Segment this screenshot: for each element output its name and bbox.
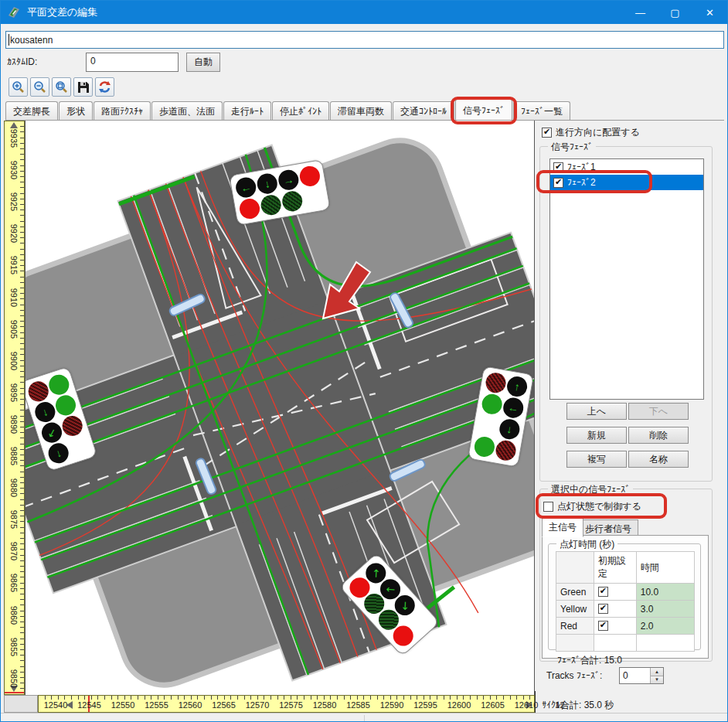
time-value-cell[interactable]: 10.0 xyxy=(636,584,694,601)
save-icon[interactable] xyxy=(73,77,93,97)
empty-slot xyxy=(477,414,500,437)
custom-id-label: ｶｽﾀﾑID: xyxy=(7,56,37,67)
ruler-h-label: 12555 xyxy=(140,700,174,710)
green-light-icon xyxy=(46,372,72,397)
ruler-corner-box[interactable] xyxy=(4,695,38,713)
spinner-down-icon[interactable]: ▼ xyxy=(651,676,663,684)
phase-copy-button[interactable]: 複写 xyxy=(566,451,627,468)
tab-9[interactable]: ﾌｪｰｽﾞ一覧 xyxy=(513,101,570,120)
refresh-icon[interactable] xyxy=(95,77,114,97)
minimize-button[interactable]: — xyxy=(623,1,658,24)
edit-intersection-window: 平面交差の編集 — ▢ ✕ kousatenn ｶｽﾀﾑID: 0 自動 交差 xyxy=(0,0,728,722)
ruler-v-label: 9885 xyxy=(9,441,19,472)
signal-time-table: 初期設定 時間 Green10.0Yellow3.0Red2.0 xyxy=(556,551,695,652)
tab-8[interactable]: 信号ﾌｪｰｽﾞ xyxy=(455,99,512,120)
tracks-phase-value[interactable]: 0 xyxy=(620,668,650,683)
ruler-v-label: 9875 xyxy=(9,504,19,535)
phase-up-button[interactable]: 上へ xyxy=(566,403,627,420)
phase-down-button[interactable]: 下へ xyxy=(628,403,689,420)
lit-time-group-title: 点灯時間 (秒) xyxy=(556,538,617,551)
vertical-ruler[interactable]: 9935993099259920991599109905990098959890… xyxy=(4,121,25,695)
signal-time-row-yellow: Yellow3.0 xyxy=(556,601,695,618)
phase-list-item-1[interactable]: ﾌｪｰｽﾞ1 xyxy=(550,159,703,175)
header-time: 時間 xyxy=(636,552,694,584)
intersection-canvas[interactable]: ←↓→↓↙↓↑←↓↗↖↙ xyxy=(25,121,535,695)
lit-state-checkbox[interactable]: 点灯状態で制御する xyxy=(543,500,641,513)
phase-listbox[interactable]: ﾌｪｰｽﾞ1ﾌｪｰｽﾞ2 xyxy=(549,158,704,400)
signal-color-label: Green xyxy=(556,584,594,601)
green-arrow-light-icon: ↓ xyxy=(256,172,279,196)
tracks-phase-spinner[interactable]: 0 ▲ ▼ xyxy=(619,667,664,684)
tab-0[interactable]: 交差脚長 xyxy=(5,101,58,120)
tab-main-signal[interactable]: 主信号 xyxy=(542,518,583,537)
zoom-in-icon[interactable] xyxy=(9,77,28,97)
place-direction-checkbox[interactable]: 進行方向に配置する xyxy=(542,126,640,139)
ruler-v-label: 9925 xyxy=(9,186,19,217)
horizontal-ruler[interactable]: 1254012545125501255512560125651257012575… xyxy=(38,695,535,713)
ruler-v-label: 9850 xyxy=(9,663,19,694)
phase-name-button[interactable]: 名称 xyxy=(628,451,689,468)
tab-1[interactable]: 形状 xyxy=(59,101,93,120)
text-caret xyxy=(9,34,9,46)
phase-label: ﾌｪｰｽﾞ1 xyxy=(567,162,596,172)
phase-checkbox[interactable] xyxy=(553,178,563,188)
lit-state-label: 点灯状態で制御する xyxy=(557,500,641,513)
header-blank xyxy=(556,552,594,584)
tab-4[interactable]: 走行ﾙｰﾄ xyxy=(223,101,271,120)
maximize-button[interactable]: ▢ xyxy=(658,1,692,24)
ruler-v-label: 9930 xyxy=(9,155,19,186)
ruler-h-label: 12600 xyxy=(442,700,476,710)
zoom-fit-icon[interactable] xyxy=(52,77,71,97)
off-green-light-icon xyxy=(260,193,283,216)
green-arrow-light-icon: ↑ xyxy=(505,375,529,398)
ruler-h-label: 12605 xyxy=(476,700,510,710)
tab-5[interactable]: 停止ﾎﾟｲﾝﾄ xyxy=(272,101,329,120)
spinner-up-icon[interactable]: ▲ xyxy=(651,668,663,676)
lit-state-checkbox-box[interactable] xyxy=(543,502,553,512)
place-direction-label: 進行方向に配置する xyxy=(556,126,640,139)
ruler-v-label: 9865 xyxy=(9,567,19,598)
app-icon xyxy=(7,5,21,19)
table-header-row: 初期設定 時間 xyxy=(556,552,695,584)
ruler-h-label: 12580 xyxy=(308,700,342,710)
cycle-total-label: ｻｲｸﾙ合計: 35.0 秒 xyxy=(542,699,614,712)
custom-id-input[interactable]: 0 xyxy=(86,53,179,72)
zoom-out-icon[interactable] xyxy=(30,77,49,97)
panel-divider xyxy=(535,691,536,713)
off-green-light-icon xyxy=(281,189,304,213)
signal-color-label: Yellow xyxy=(556,601,594,618)
ruler-h-label: 12545 xyxy=(73,700,107,710)
ruler-v-label: 9915 xyxy=(9,250,19,281)
empty-slot xyxy=(66,434,92,459)
green-arrow-light-icon: ↙ xyxy=(39,420,65,445)
ruler-v-label: 9880 xyxy=(9,472,19,503)
time-value-cell[interactable]: 3.0 xyxy=(636,601,694,618)
green-arrow-light-icon: ↓ xyxy=(32,400,58,425)
green-arrow-light-icon: ← xyxy=(234,175,257,199)
tab-6[interactable]: 滞留車両数 xyxy=(330,101,392,120)
initial-setting-checkbox[interactable] xyxy=(598,604,608,614)
ruler-v-label: 9895 xyxy=(9,377,19,408)
green-arrow-light-icon: ↓ xyxy=(46,441,71,466)
header-initial: 初期設定 xyxy=(594,552,636,584)
initial-setting-checkbox[interactable] xyxy=(598,621,608,631)
intersection-name-input[interactable]: kousatenn xyxy=(5,31,724,49)
ruler-h-label: 12585 xyxy=(342,700,376,710)
time-value-cell[interactable]: 2.0 xyxy=(636,618,694,635)
place-direction-checkbox-box[interactable] xyxy=(542,128,552,138)
tab-2[interactable]: 路面ﾃｸｽﾁｬ xyxy=(94,101,151,120)
close-button[interactable]: ✕ xyxy=(692,1,727,24)
auto-button[interactable]: 自動 xyxy=(186,53,220,72)
phase-total-label: ﾌｪｰｽﾞ合計: 15.0 xyxy=(557,654,622,667)
empty-slot xyxy=(302,186,325,209)
statusbar xyxy=(1,713,728,722)
tab-3[interactable]: 歩道面、法面 xyxy=(151,101,223,120)
phase-list-item-2[interactable]: ﾌｪｰｽﾞ2 xyxy=(550,175,703,190)
tab-7[interactable]: 交通ｺﾝﾄﾛｰﾙ xyxy=(393,101,454,120)
initial-setting-checkbox[interactable] xyxy=(598,587,608,597)
ruler-v-label: 9905 xyxy=(9,314,19,345)
phase-new-button[interactable]: 新規 xyxy=(566,427,627,444)
window-title: 平面交差の編集 xyxy=(27,5,97,19)
phase-checkbox[interactable] xyxy=(553,162,563,172)
phase-delete-button[interactable]: 削除 xyxy=(628,427,689,444)
